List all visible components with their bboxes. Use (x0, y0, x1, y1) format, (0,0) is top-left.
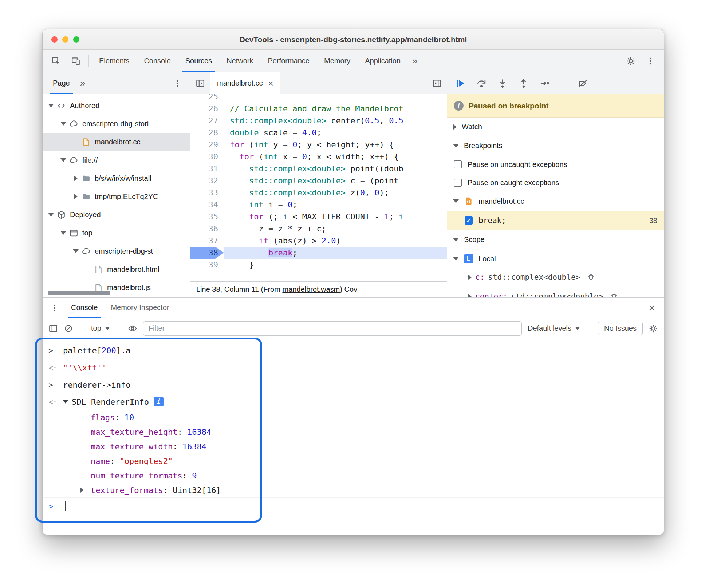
toggle-debugger-sidebar-icon[interactable] (427, 72, 447, 94)
hide-navigator-icon[interactable] (190, 72, 210, 94)
tab-memory[interactable]: Memory (317, 50, 358, 72)
line-number[interactable]: 33 (190, 187, 224, 199)
chevron-down-icon[interactable] (71, 249, 80, 253)
checkbox-unchecked[interactable] (454, 160, 462, 168)
code-line-38[interactable]: 38 break; (190, 247, 447, 259)
breakpoints-section-header[interactable]: Breakpoints (447, 136, 664, 155)
chevron-down-icon[interactable] (453, 144, 459, 148)
tree-item-file-[interactable]: file:// (43, 151, 190, 169)
code-line-27[interactable]: 27std::complex<double> center(0.5, 0.5 (190, 115, 447, 127)
step-icon[interactable] (540, 78, 550, 88)
tree-item-deployed[interactable]: Deployed (43, 206, 190, 224)
breakpoint-entry[interactable]: ✓ break; 38 (447, 211, 664, 230)
chevron-down-icon[interactable] (59, 231, 68, 235)
editor-tab-mandelbrot-cc[interactable]: mandelbrot.cc × (210, 72, 280, 94)
clear-console-icon[interactable] (64, 324, 73, 333)
console-settings-gear-icon[interactable] (649, 324, 658, 333)
chevron-down-icon[interactable] (453, 238, 459, 242)
tab-performance[interactable]: Performance (261, 50, 317, 72)
wasm-source-link[interactable]: mandelbrot.wasm (282, 285, 340, 294)
line-number[interactable]: 30 (190, 151, 224, 163)
step-over-icon[interactable] (476, 78, 487, 88)
code-line-39[interactable]: 39 } (190, 259, 447, 271)
close-drawer-icon[interactable]: × (642, 298, 662, 318)
line-number[interactable]: 29 (190, 139, 224, 151)
console-entries[interactable]: >palette[200].a<·"'\\xff'">renderer->inf… (43, 339, 664, 535)
chevron-down-icon[interactable] (59, 122, 68, 126)
line-number[interactable]: 31 (190, 163, 224, 175)
line-number[interactable]: 28 (190, 127, 224, 139)
line-number[interactable]: 34 (190, 199, 224, 211)
tree-item-mandelbrot-cc[interactable]: mandelbrot.cc (43, 133, 190, 151)
object-property[interactable]: flags: 10 (43, 410, 664, 425)
code-line-34[interactable]: 34 int i = 0; (190, 199, 447, 211)
code-line-32[interactable]: 32 std::complex<double> c = (point (190, 175, 447, 187)
code-line-30[interactable]: 30 for (int x = 0; x < width; x++) { (190, 151, 447, 163)
watch-section-header[interactable]: Watch (447, 118, 664, 136)
checkbox-checked[interactable]: ✓ (465, 216, 473, 225)
live-expression-eye-icon[interactable] (128, 324, 137, 333)
code-line-28[interactable]: 28double scale = 4.0; (190, 127, 447, 139)
memory-inspector-icon[interactable] (610, 292, 618, 297)
scope-local-header[interactable]: L Local (447, 249, 664, 268)
line-number[interactable]: 38 (190, 247, 224, 259)
horizontal-scrollbar[interactable] (48, 291, 110, 295)
code-line-31[interactable]: 31 std::complex<double> point((doub (190, 163, 447, 175)
tree-item-emscripten-dbg-st[interactable]: emscripten-dbg-st (43, 242, 190, 260)
tab-page[interactable]: Page (47, 72, 76, 94)
tab-network[interactable]: Network (219, 50, 260, 72)
settings-gear-icon[interactable] (621, 50, 641, 72)
minimize-window-button[interactable] (62, 36, 68, 43)
tab-application[interactable]: Application (358, 50, 408, 72)
log-levels-dropdown[interactable]: Default levels (528, 324, 580, 333)
code-line-37[interactable]: 37 if (abs(z) > 2.0) (190, 235, 447, 247)
code-line-25[interactable]: 25 (190, 94, 447, 103)
tree-item-mandelbrot-html[interactable]: mandelbrot.html (43, 260, 190, 278)
source-code[interactable]: 2526// Calculate and draw the Mandelbrot… (190, 94, 447, 281)
line-number[interactable]: 36 (190, 223, 224, 235)
line-number[interactable]: 32 (190, 175, 224, 187)
code-line-26[interactable]: 26// Calculate and draw the Mandelbrot (190, 103, 447, 115)
navigator-menu-icon[interactable] (168, 72, 187, 94)
scope-variable-center[interactable]: center std::complex<double> (447, 286, 664, 297)
chevron-right-icon[interactable] (80, 488, 91, 493)
object-property[interactable]: num_texture_formats: 9 (43, 468, 664, 483)
line-number[interactable]: 26 (190, 103, 224, 115)
chevron-down-icon[interactable] (59, 158, 68, 162)
object-property[interactable]: max_texture_width: 16384 (43, 439, 664, 454)
tree-item-b-s-w-ir-x-w-install[interactable]: b/s/w/ir/x/w/install (43, 169, 190, 187)
console-sidebar-icon[interactable] (48, 324, 58, 333)
tree-item-tmp-tmp-elctq2yc[interactable]: tmp/tmp.ELcTq2YC (43, 187, 190, 206)
scope-variable-c[interactable]: c std::complex<double> (447, 268, 664, 286)
code-line-35[interactable]: 35 for (; i < MAX_ITER_COUNT - 1; i (190, 211, 447, 223)
step-out-icon[interactable] (519, 78, 529, 88)
breakpoint-file-group[interactable]: mandelbrot.cc (447, 192, 664, 211)
maximize-window-button[interactable] (73, 36, 79, 43)
tree-item-emscripten-dbg-stori[interactable]: emscripten-dbg-stori (43, 115, 190, 133)
line-number[interactable]: 37 (190, 235, 224, 247)
code-line-36[interactable]: 36 z = z * z + c; (190, 223, 447, 235)
object-property[interactable]: name: "opengles2" (43, 454, 664, 468)
chevron-right-icon[interactable] (468, 294, 472, 297)
resume-icon[interactable] (455, 78, 465, 88)
scope-section-header[interactable]: Scope (447, 230, 664, 249)
inspect-icon[interactable] (46, 50, 66, 72)
object-property[interactable]: max_texture_height: 16384 (43, 425, 664, 439)
tab-elements[interactable]: Elements (92, 50, 137, 72)
drawer-menu-icon[interactable] (45, 298, 64, 318)
more-tabs-icon[interactable]: » (408, 55, 422, 67)
chevron-down-icon[interactable] (46, 104, 56, 107)
issues-counter[interactable]: No Issues (598, 322, 643, 335)
pause-uncaught-exceptions-row[interactable]: Pause on uncaught exceptions (447, 155, 664, 174)
tab-console[interactable]: Console (137, 50, 178, 72)
deactivate-breakpoints-icon[interactable] (578, 78, 588, 88)
pause-caught-exceptions-row[interactable]: Pause on caught exceptions (447, 174, 664, 192)
memory-inspector-icon[interactable] (587, 273, 595, 282)
console-prompt[interactable]: > (43, 498, 664, 514)
code-line-29[interactable]: 29for (int y = 0; y < height; y++) { (190, 139, 447, 151)
tab-sources[interactable]: Sources (178, 50, 219, 72)
tree-item-authored[interactable]: Authored (43, 96, 190, 115)
chevron-right-icon[interactable] (71, 175, 80, 181)
chevron-down-icon[interactable] (63, 400, 68, 404)
close-window-button[interactable] (51, 36, 58, 43)
